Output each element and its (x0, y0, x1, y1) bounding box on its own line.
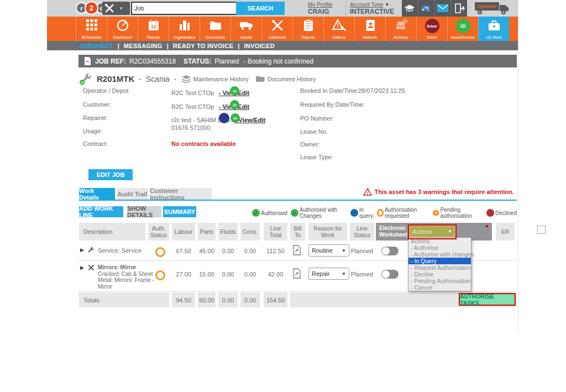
actions-dropdown-frame: Actions ▼ (408, 224, 457, 239)
contacts-icon (364, 19, 377, 32)
search-button[interactable]: SEARCH (236, 2, 285, 15)
menu-option-request-authorisation[interactable]: - Request Authorisation (408, 264, 471, 271)
logout-button[interactable] (450, 0, 467, 17)
menu-option-cancel[interactable]: - Cancel (408, 284, 471, 291)
nav-dashboard[interactable]: Dashboard (107, 17, 138, 41)
booked-in-value: 28/07/2023 11:25 (358, 87, 405, 94)
edit-job-button[interactable]: EDIT JOB (88, 169, 133, 180)
line-status-value: Planned (350, 248, 374, 254)
reason-value: Repair (312, 270, 329, 277)
col-er: ER (496, 223, 515, 241)
subnav-invoiced[interactable]: INVOICED (244, 43, 275, 49)
truck-icon (239, 19, 254, 32)
add-work-line-button[interactable]: ADD WORK LINE (79, 206, 123, 217)
chevron-down-icon: ▼ (448, 229, 452, 234)
repair-icon (88, 264, 95, 271)
field-label: Lease No. (300, 128, 328, 135)
menu-option-authorise-with-changes[interactable]: - Authorise with changes (408, 251, 471, 258)
auth-legend: ✓ Authorised ✓ Authorised with Changes ?… (249, 207, 517, 219)
nav-issue2invoice[interactable]: i2i Issue2Invoice (447, 17, 478, 41)
menu-option-pending-authorisation[interactable]: - Pending Authorisation (408, 278, 471, 284)
totals-label: Totals (79, 292, 169, 307)
messages-button[interactable] (434, 0, 451, 17)
clipboard-icon (302, 19, 315, 32)
menu-option-decline[interactable]: - Decline (408, 271, 471, 278)
my-profile-link[interactable]: My Profile (308, 2, 332, 8)
workline-title: Mirrors: Mirror (98, 264, 136, 270)
nav-defects[interactable]: ! Defects (323, 17, 354, 41)
legend-in-query: ? In query (349, 207, 374, 219)
nav-reports[interactable]: Reports (292, 17, 323, 41)
summary-button[interactable]: SUMMARY (163, 206, 196, 217)
nav-all-modules[interactable]: All Modules (76, 17, 107, 41)
subnav-jobsheet[interactable]: JOBSHEET (79, 43, 113, 49)
reason-for-work-select[interactable]: Routine ▼ (308, 244, 349, 257)
electronic-worksheet-toggle[interactable] (381, 270, 399, 279)
field-label: Customer: (83, 101, 111, 108)
job-title-row: R201MTK - Scania - Maintenance History D… (97, 74, 316, 83)
divider: | (167, 43, 169, 49)
account-type-link[interactable]: Account Type (350, 2, 383, 8)
workline-title: Service: Service (98, 247, 142, 254)
nav-planner[interactable]: 12 Planner (138, 17, 169, 41)
menu-option-authorise[interactable]: - Authorise (408, 244, 471, 251)
col-description: Description (79, 223, 145, 241)
actions-dropdown[interactable]: Actions ▼ (409, 226, 455, 237)
i2i-badge-icon: i2i (230, 113, 240, 123)
pdf-icon[interactable] (84, 57, 91, 65)
search-category-dropdown[interactable]: ▼ (102, 2, 130, 15)
authorise-tasks-button[interactable]: AUTHORISE TASKS (459, 293, 516, 306)
bill-to-icon[interactable] (292, 245, 301, 255)
nav-r2c-store[interactable]: r2c Store (478, 17, 509, 41)
legend-declined: ✕ Declined (485, 209, 517, 217)
nav-archives[interactable]: 6 Archives (385, 17, 416, 41)
subnav-ready-to-invoice[interactable]: READY TO INVOICE (173, 43, 234, 49)
maintenance-history-icon (181, 75, 191, 83)
maintenance-history-link[interactable]: Maintenance History (193, 76, 249, 82)
select-all-checkbox[interactable] (537, 226, 546, 234)
briefcase-icon (487, 19, 501, 32)
subnav-messaging[interactable]: MESSAGING (124, 43, 163, 49)
notifications-icon: 79 (421, 3, 432, 14)
logout-door-icon (454, 3, 465, 13)
legend-authorised: ✓ Authorised (251, 209, 287, 217)
gauge-icon (116, 19, 129, 32)
nav-organisation[interactable]: Organisation (169, 17, 200, 41)
field-label: Repairer: (83, 114, 108, 121)
field-label: Usage: (83, 128, 102, 134)
expand-row-arrow[interactable]: ▶ (80, 247, 84, 253)
nav-documents[interactable]: Documents (200, 17, 230, 41)
chevron-down-icon: ▼ (342, 248, 346, 253)
bill-to-icon[interactable] (292, 268, 301, 279)
document-history-link[interactable]: Document History (268, 76, 316, 82)
nav-jobsheets[interactable]: Jobsheets (261, 17, 292, 41)
grid-icon (86, 19, 98, 31)
notifications-button[interactable]: 79 (418, 0, 434, 17)
search-input[interactable] (131, 2, 237, 15)
legend-authorised-with-changes: ✓ Authorised with Changes (290, 207, 347, 219)
training-button[interactable] (402, 0, 418, 17)
expand-row-arrow[interactable]: ▶ (80, 265, 84, 270)
menu-option-in-query[interactable]: - In Query (408, 258, 471, 264)
top-icon-block: 79 (402, 0, 467, 17)
nav-assets[interactable]: Assets (230, 17, 261, 41)
i2i-circle-icon: i2i (456, 19, 470, 33)
nav-driver[interactable]: Driver Driver (416, 17, 447, 41)
clock-icon (433, 209, 439, 217)
fluids-value: 0.00 (218, 248, 238, 254)
field-label: Booked In Date/Time: (300, 87, 359, 94)
document-history-icon (255, 75, 265, 82)
cons-value: 0.00 (240, 271, 260, 278)
jobsheet-subnav: JOBSHEET | MESSAGING | READY TO INVOICE … (47, 41, 518, 50)
no-contracts-warning: No contracts available (171, 140, 236, 147)
reason-for-work-select[interactable]: Repair ▼ (308, 268, 349, 280)
totals-labour: 94.50 (172, 292, 195, 307)
operator-logo: Operator (474, 1, 511, 18)
col-line-status: Line Status (350, 223, 374, 241)
show-details-button[interactable]: SHOW DETAILS (127, 206, 161, 217)
electronic-worksheet-toggle[interactable] (381, 247, 399, 255)
page: r 2 c ▼ SEARCH My Profile CRAIG Account … (0, 0, 566, 392)
reason-value: Routine (312, 247, 333, 254)
nav-network[interactable]: Network (354, 17, 385, 41)
totals-cons: 0.00 (240, 292, 260, 307)
